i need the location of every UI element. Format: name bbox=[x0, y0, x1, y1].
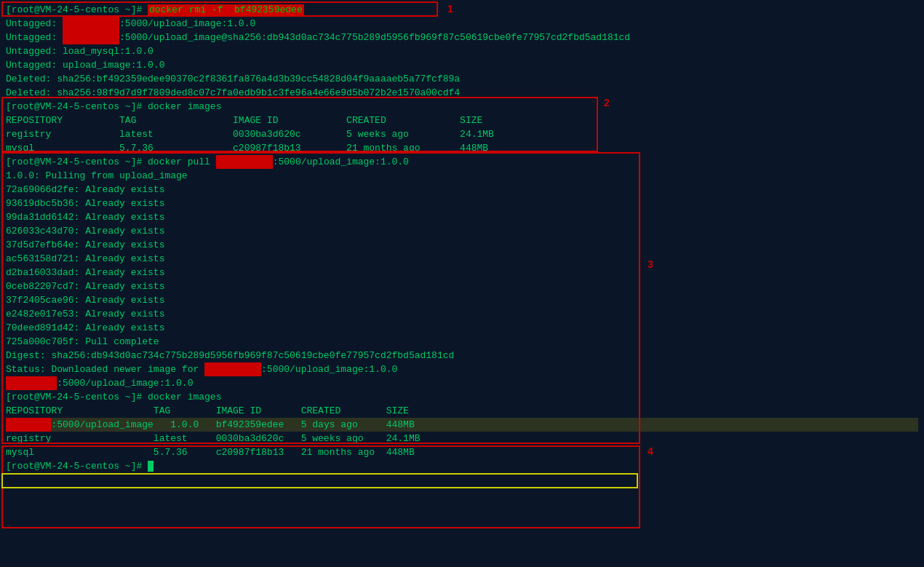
line-34: [root@VM-24-5-centos ~]# bbox=[6, 459, 918, 473]
redacted-2: ██████████ bbox=[63, 17, 119, 31]
line-3: Untagged: ██████████:5000/upload_image@s… bbox=[6, 31, 918, 44]
line-27: Status: Downloaded newer image for █████… bbox=[6, 362, 918, 376]
cmd-highlight-1: docker rmi -f bf492359edee bbox=[148, 4, 304, 15]
line-30-header: REPOSITORY TAG IMAGE ID CREATED SIZE bbox=[6, 404, 918, 418]
label-4: 4 bbox=[648, 445, 653, 457]
line-31-yellow: ████████:5000/upload_image 1.0.0 bf49235… bbox=[6, 418, 918, 432]
prompt-29: [root@VM-24-5-centos ~]# docker images bbox=[6, 392, 221, 403]
redacted-27: ██████████ bbox=[204, 362, 261, 376]
line-14: 72a69066d2fe: Already exists bbox=[6, 183, 918, 197]
redacted-3: ██████████ bbox=[63, 31, 119, 44]
prompt-34: [root@VM-24-5-centos ~]# bbox=[6, 461, 148, 472]
line-7: Deleted: sha256:98f9d7d9f7809ded8c07c7fa… bbox=[6, 86, 918, 100]
line-26: Digest: sha256:db943d0ac734c775b289d5956… bbox=[6, 349, 918, 362]
line-2: Untagged: ██████████:5000/upload_image:1… bbox=[6, 17, 918, 31]
label-3: 3 bbox=[648, 258, 653, 270]
line-33: mysql 5.7.36 c20987f18b13 21 months ago … bbox=[6, 445, 918, 459]
line-6: Deleted: sha256:bf492359edee90370c2f8361… bbox=[6, 72, 918, 86]
prompt-12: [root@VM-24-5-centos ~]# docker pull bbox=[6, 156, 216, 167]
redacted-28: █████████ bbox=[6, 376, 57, 390]
label-2: 2 bbox=[604, 97, 610, 108]
line-29: [root@VM-24-5-centos ~]# docker images bbox=[6, 390, 918, 404]
line-15: 93619dbc5b36: Already exists bbox=[6, 197, 918, 210]
line-24: 70deed891d42: Already exists bbox=[6, 321, 918, 335]
line-17: 626033c43d70: Already exists bbox=[6, 224, 918, 238]
prompt-8: [root@VM-24-5-centos ~]# docker images bbox=[6, 101, 221, 112]
line-5: Untagged: upload_image:1.0.0 bbox=[6, 58, 918, 72]
line-20: d2ba16033dad: Already exists bbox=[6, 266, 918, 279]
line-22: 37f2405cae96: Already exists bbox=[6, 293, 918, 307]
line-16: 99da31dd6142: Already exists bbox=[6, 210, 918, 224]
line-28: █████████:5000/upload_image:1.0.0 bbox=[6, 376, 918, 390]
terminal: [root@VM-24-5-centos ~]# docker rmi -f b… bbox=[0, 0, 924, 567]
line-10: registry latest 0030ba3d620c 5 weeks ago… bbox=[6, 127, 918, 141]
line-4: Untagged: load_mysql:1.0.0 bbox=[6, 44, 918, 58]
line-18: 37d5d7efb64e: Already exists bbox=[6, 238, 918, 252]
redacted-12: ██████████ bbox=[216, 155, 273, 169]
cursor bbox=[148, 461, 154, 472]
line-8: [root@VM-24-5-centos ~]# docker images bbox=[6, 100, 918, 114]
label-1: 1 bbox=[447, 3, 453, 15]
line-13: 1.0.0: Pulling from upload_image bbox=[6, 169, 918, 183]
line-23: e2482e017e53: Already exists bbox=[6, 307, 918, 321]
line-11: mysql 5.7.36 c20987f18b13 21 months ago … bbox=[6, 141, 918, 155]
line-19: ac563158d721: Already exists bbox=[6, 252, 918, 266]
prompt-1: [root@VM-24-5-centos ~]# bbox=[6, 4, 148, 15]
line-32: registry latest 0030ba3d620c 5 weeks ago… bbox=[6, 432, 918, 445]
line-9-header: REPOSITORY TAG IMAGE ID CREATED SIZE bbox=[6, 114, 918, 127]
line-21: 0ceb82207cd7: Already exists bbox=[6, 279, 918, 293]
redacted-31: ████████ bbox=[6, 418, 51, 432]
line-12: [root@VM-24-5-centos ~]# docker pull ███… bbox=[6, 155, 918, 169]
yellow-row-box bbox=[1, 473, 638, 488]
line-25: 725a000c705f: Pull complete bbox=[6, 335, 918, 349]
line-1: [root@VM-24-5-centos ~]# docker rmi -f b… bbox=[6, 3, 918, 17]
